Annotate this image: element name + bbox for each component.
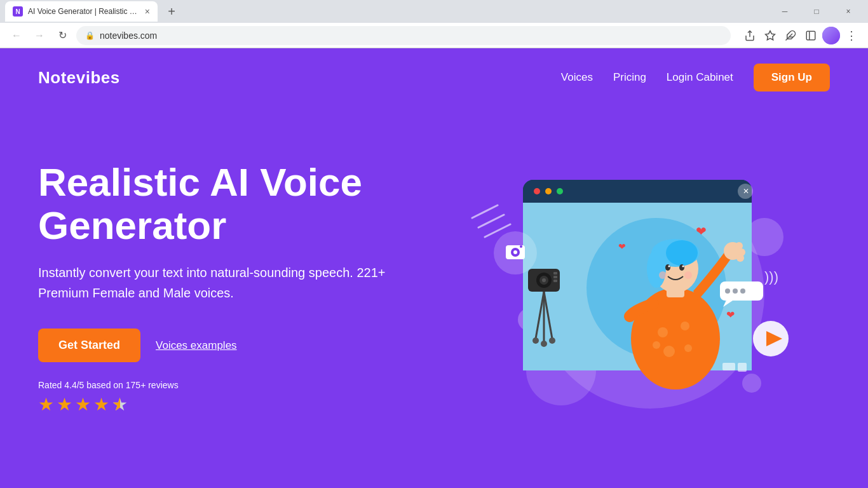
svg-point-64: [740, 288, 745, 294]
hero-buttons: Get Started Voices examples: [38, 329, 419, 362]
star-3: ★: [75, 394, 91, 415]
tab-title: AI Voice Generator | Realistic Tex...: [28, 7, 140, 16]
svg-point-63: [733, 288, 738, 294]
hero-section: Realistic AI Voice Generator Instantly c…: [0, 107, 868, 475]
signup-button[interactable]: Sign Up: [754, 64, 830, 92]
svg-point-31: [668, 266, 670, 268]
svg-point-13: [534, 188, 540, 194]
svg-point-9: [742, 374, 761, 393]
star-1: ★: [38, 394, 54, 415]
maximize-button[interactable]: □: [802, 1, 831, 22]
rating-text: Rated 4.4/5 based on 175+ reviews: [38, 380, 419, 390]
svg-point-20: [681, 322, 689, 330]
browser-tab[interactable]: N AI Voice Generator | Realistic Tex... …: [5, 1, 158, 22]
close-button[interactable]: ×: [834, 1, 863, 22]
svg-point-46: [542, 278, 546, 282]
site-logo[interactable]: Notevibes: [38, 68, 120, 88]
get-started-button[interactable]: Get Started: [38, 329, 140, 362]
voices-examples-link[interactable]: Voices examples: [156, 339, 237, 352]
sidebar-button[interactable]: [802, 27, 820, 44]
nav-links: Voices Pricing Login Cabinet Sign Up: [561, 64, 830, 92]
hero-subtitle: Instantly convert your text into natural…: [38, 262, 419, 303]
browser-window: N AI Voice Generator | Realistic Tex... …: [0, 0, 868, 48]
hero-illustration: ✕: [419, 135, 830, 440]
nav-login[interactable]: Login Cabinet: [667, 71, 733, 84]
svg-line-72: [478, 215, 504, 227]
minimize-button[interactable]: ─: [770, 1, 799, 22]
tab-favicon: N: [13, 6, 23, 17]
svg-point-19: [658, 327, 668, 337]
address-bar-row: ← → ↻ 🔒 notevibes.com ⋮: [0, 23, 868, 48]
lock-icon: 🔒: [85, 31, 95, 40]
svg-text:))): ))): [764, 269, 778, 285]
hero-title: Realistic AI Voice Generator: [38, 161, 419, 247]
svg-text:❤: ❤: [618, 241, 626, 252]
svg-point-55: [549, 337, 555, 344]
svg-rect-3: [806, 31, 815, 40]
star-button[interactable]: [761, 27, 779, 44]
svg-line-71: [472, 205, 498, 218]
svg-point-33: [659, 271, 667, 279]
svg-point-27: [647, 250, 666, 288]
svg-rect-41: [722, 363, 735, 370]
svg-point-15: [557, 188, 563, 194]
svg-point-14: [545, 188, 552, 194]
rating-section: Rated 4.4/5 based on 175+ reviews ★ ★ ★ …: [38, 380, 419, 415]
svg-rect-49: [553, 280, 557, 282]
back-button[interactable]: ←: [8, 27, 25, 44]
refresh-button[interactable]: ↻: [53, 27, 71, 44]
tab-close-button[interactable]: ×: [145, 6, 150, 17]
title-bar: N AI Voice Generator | Realistic Tex... …: [0, 0, 868, 23]
url-text: notevibes.com: [100, 30, 157, 41]
window-controls: ─ □ ×: [770, 1, 863, 22]
svg-point-38: [736, 254, 744, 262]
svg-point-29: [665, 264, 670, 271]
svg-point-54: [541, 341, 547, 347]
star-4: ★: [93, 394, 109, 415]
nav-voices[interactable]: Voices: [561, 71, 593, 84]
page-content: Notevibes Voices Pricing Login Cabinet S…: [0, 48, 868, 488]
svg-rect-48: [553, 276, 557, 278]
svg-rect-42: [738, 363, 747, 372]
share-button[interactable]: [741, 27, 759, 44]
svg-marker-0: [766, 30, 775, 39]
forward-button[interactable]: →: [31, 27, 48, 44]
svg-point-53: [532, 337, 539, 344]
browser-actions: ⋮: [741, 27, 860, 44]
svg-point-34: [684, 271, 692, 279]
svg-point-28: [666, 240, 698, 266]
extensions-button[interactable]: [782, 27, 799, 44]
navbar: Notevibes Voices Pricing Login Cabinet S…: [0, 48, 868, 107]
illustration-svg: ✕: [459, 142, 790, 434]
svg-point-59: [513, 250, 517, 254]
profile-button[interactable]: [822, 27, 840, 44]
nav-pricing[interactable]: Pricing: [613, 71, 646, 84]
svg-point-62: [725, 288, 730, 294]
star-2: ★: [57, 394, 72, 415]
address-box[interactable]: 🔒 notevibes.com: [76, 26, 731, 45]
svg-text:✕: ✕: [743, 187, 749, 196]
svg-point-23: [653, 341, 660, 349]
profile-avatar: [822, 27, 840, 44]
svg-point-22: [684, 344, 692, 352]
svg-text:❤: ❤: [726, 309, 735, 320]
svg-point-32: [682, 266, 684, 268]
svg-point-21: [663, 346, 675, 357]
new-tab-button[interactable]: +: [163, 3, 180, 20]
svg-point-60: [520, 245, 522, 248]
star-5-half: ★ ★: [112, 394, 128, 415]
star-rating: ★ ★ ★ ★ ★ ★: [38, 394, 419, 415]
svg-text:❤: ❤: [696, 224, 707, 238]
svg-rect-47: [553, 272, 557, 274]
svg-point-30: [679, 264, 684, 271]
hero-text: Realistic AI Voice Generator Instantly c…: [38, 161, 419, 415]
menu-button[interactable]: ⋮: [843, 27, 860, 44]
